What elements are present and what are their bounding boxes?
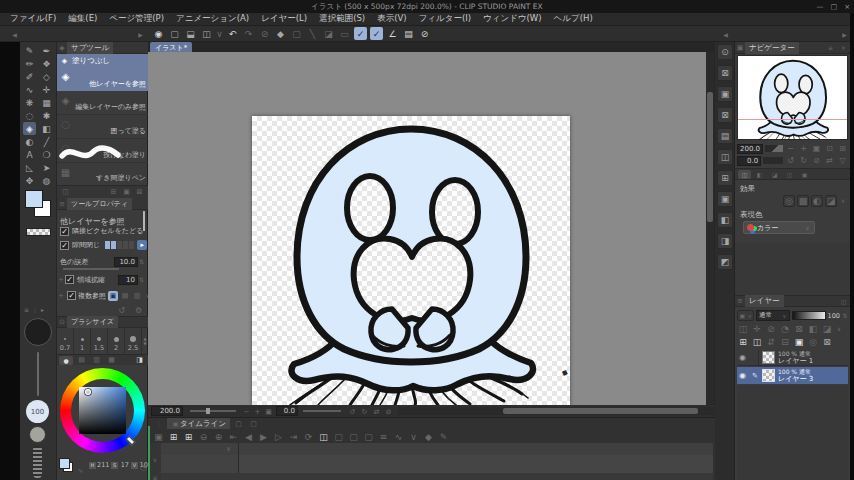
brush-opacity-indicator[interactable]: 100	[26, 400, 49, 423]
cel-option-3-icon[interactable]: ▢	[362, 430, 375, 443]
transparent-color-swatch[interactable]	[26, 228, 51, 236]
foreground-color-swatch[interactable]	[25, 190, 43, 208]
collapsed-panel-9-icon[interactable]: ◧	[717, 212, 733, 228]
save-dropdown-icon[interactable]: ∨	[216, 27, 223, 40]
timeline-ruler[interactable]	[239, 443, 713, 455]
layer-panel-menu-icon[interactable]: ≡	[735, 295, 745, 308]
timeline-track-header[interactable]: ∨	[161, 443, 239, 455]
lock-layer-icon[interactable]: ◔	[779, 322, 791, 335]
straight-line-icon[interactable]: ╲	[306, 27, 319, 40]
airbrush-tool[interactable]: ❖	[40, 57, 53, 70]
tone-effect-icon[interactable]: ▩	[797, 195, 809, 207]
operation-tool[interactable]: ➤	[40, 161, 53, 174]
collapsed-panel-1-icon[interactable]: ⊙	[717, 44, 733, 60]
expression-effect-icon[interactable]: ◐	[811, 195, 823, 207]
rotation-slider[interactable]	[303, 410, 341, 412]
subtool-item-enclose-fill[interactable]: ◌ 囲って塗る	[57, 115, 148, 139]
tab-timeline[interactable]: ▣ タイムライン	[167, 418, 230, 429]
panel-scroll-left-icon[interactable]: ◀	[8, 28, 21, 41]
rotation-value[interactable]: 0.0	[276, 406, 298, 416]
color-margin-stepper[interactable]: ⇅	[138, 255, 145, 268]
ruler-display-icon[interactable]: ◪	[821, 322, 833, 335]
lasso-tool[interactable]: ◌	[23, 109, 36, 122]
layer-property-tab-icon[interactable]: ◫	[738, 170, 751, 179]
loop-playback-icon[interactable]: ⟳	[302, 430, 315, 443]
navigator-rotation-value[interactable]: 0.0	[737, 156, 761, 166]
lock-transparent-icon[interactable]: ⊠	[793, 322, 805, 335]
material-palette-icon[interactable]: ▤	[402, 27, 415, 40]
refer-reference-layer-icon[interactable]: ▤	[120, 291, 130, 301]
snap-grid-icon[interactable]: ∠	[386, 27, 399, 40]
next-frame-icon[interactable]: ▷	[272, 430, 285, 443]
palette-dropdown-icon[interactable]: ∨	[835, 322, 843, 335]
auto-select-tool[interactable]: ✱	[40, 109, 53, 122]
merge-down-icon[interactable]: ⊟	[779, 335, 791, 348]
tab-subtool[interactable]: サブツール	[67, 42, 113, 54]
property-row-close-gap[interactable]: ✓ 隙間閉じ ▸	[60, 240, 147, 250]
edit-cel-icon[interactable]: ✎	[437, 430, 450, 443]
collapsed-panel-10-icon[interactable]: ◨	[717, 233, 733, 249]
menu-layer[interactable]: レイヤー(L)	[255, 13, 313, 25]
timeline-zoom-out-icon[interactable]: ⊖	[197, 430, 210, 443]
right-panel-scroll-left-icon[interactable]: ◀	[719, 28, 732, 41]
brush-preset-2.5[interactable]: 2.5	[125, 328, 142, 354]
snap-special-ruler-icon[interactable]: ✓	[370, 27, 383, 40]
color-mixer-tab-icon[interactable]: ◨	[133, 354, 146, 367]
edit-timeline-icon[interactable]: ⊞	[182, 430, 195, 443]
blend-tool[interactable]: ◐	[23, 135, 36, 148]
collapsed-panel-11-icon[interactable]: ◩	[717, 254, 733, 270]
panel-scroll-right-icon[interactable]: ▶	[134, 28, 147, 41]
timeline-extra-tab-icon[interactable]: ▢	[232, 417, 245, 430]
nav-rotate-left-icon[interactable]: ↺	[785, 154, 796, 167]
cel-option-1-icon[interactable]: ▢	[332, 430, 345, 443]
pen-tool[interactable]: ✎	[23, 44, 36, 57]
enable-mask-icon[interactable]: ◧	[807, 322, 819, 335]
transform-icon[interactable]: ◪	[322, 27, 335, 40]
fill-command-icon[interactable]: ◆	[274, 27, 287, 40]
navigator-close-icon[interactable]: ×	[837, 41, 850, 54]
save-file-icon[interactable]: ◫	[200, 27, 213, 40]
menu-selection[interactable]: 選択範囲(S)	[313, 13, 371, 25]
zoom-slider-knob[interactable]	[206, 408, 210, 414]
area-scaling-value[interactable]: 10	[118, 275, 138, 285]
cel-option-2-icon[interactable]: ▢	[347, 430, 360, 443]
color-margin-slider[interactable]	[63, 268, 119, 270]
gutter-collapse-icon[interactable]: ∨	[150, 453, 160, 466]
mask-area-icon[interactable]: ◎	[807, 335, 819, 348]
navigator-zoom-slider[interactable]	[765, 145, 783, 152]
expand-toggle-icon[interactable]: +	[57, 273, 65, 286]
expand-toggle-icon[interactable]: +	[57, 289, 65, 302]
eyedropper-tool[interactable]: ◍	[40, 174, 53, 187]
open-file-icon[interactable]: ⬓	[184, 27, 197, 40]
collapsed-panel-2-icon[interactable]: ⊠	[717, 65, 733, 81]
reference-layer-icon[interactable]: ✛	[751, 322, 763, 335]
sub-color-indicator[interactable]	[29, 426, 46, 443]
navigator-menu-icon[interactable]: ≡	[824, 41, 837, 54]
checkbox-checked-icon[interactable]: ✓	[60, 241, 69, 250]
collapsed-panel-4-icon[interactable]: ⊠	[717, 107, 733, 123]
menu-view[interactable]: 表示(V)	[371, 13, 412, 25]
subtool-item-refer-other-layers[interactable]: ◈ 他レイヤーを参照	[57, 67, 148, 91]
brush-size-slider[interactable]	[37, 352, 39, 396]
decoration-tool[interactable]: ❋	[23, 96, 36, 109]
sv-cursor[interactable]	[85, 389, 91, 395]
go-to-start-icon[interactable]: ⇤	[227, 430, 240, 443]
menu-file[interactable]: ファイル(F)	[4, 13, 62, 25]
enable-keyframe-icon[interactable]: ◆	[422, 430, 435, 443]
nav-reset-display-icon[interactable]: ▽	[837, 154, 848, 167]
area-scaling-stepper[interactable]: ⇅	[138, 273, 145, 286]
nav-reset-rotation-icon[interactable]: ⊘	[811, 154, 822, 167]
clipping-icon[interactable]: ◫	[737, 322, 749, 335]
checkbox-checked-icon[interactable]: ✓	[67, 291, 76, 300]
jellyfish-drawing[interactable]	[252, 116, 570, 405]
checkbox-checked-icon[interactable]: ✓	[60, 227, 69, 236]
delete-subtool-icon[interactable]: ⊠	[133, 186, 146, 199]
navigator-zoom-value[interactable]: 200.0	[737, 144, 763, 154]
new-file-icon[interactable]: ▢	[168, 27, 181, 40]
zoom-value[interactable]: 200.0	[151, 406, 183, 416]
figure-tool[interactable]: ▦	[40, 96, 53, 109]
strip-slider-icon[interactable]: ⋮	[32, 306, 38, 313]
layer-visibility-icon[interactable]: ◉	[737, 369, 748, 382]
layer-row-1[interactable]: ◉ 100 % 通常 レイヤー 1	[737, 349, 848, 366]
apply-mask-icon[interactable]: ▣	[793, 335, 805, 348]
